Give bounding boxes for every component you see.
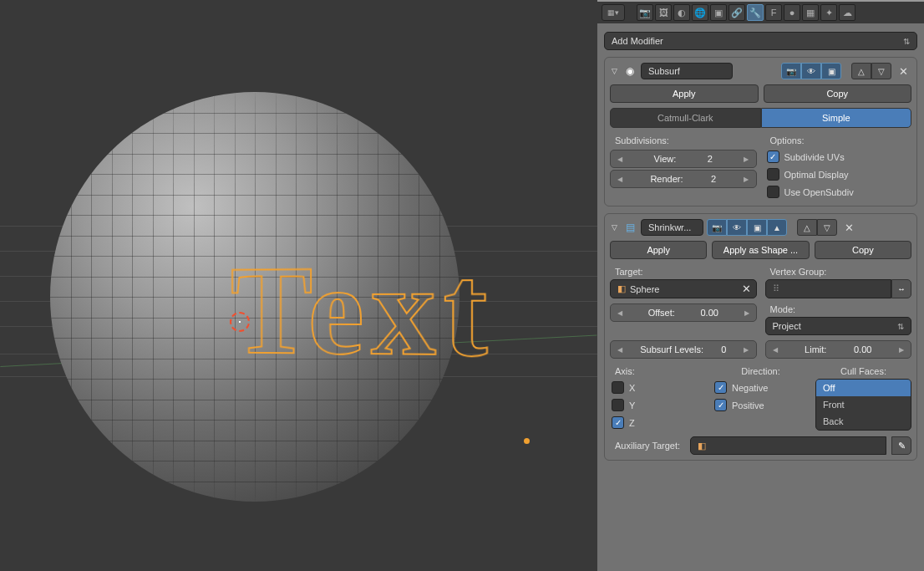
increment-icon: ▶ bbox=[744, 176, 749, 183]
increment-icon: ▶ bbox=[744, 309, 749, 317]
modifier-name-field[interactable]: Shrinkwr... bbox=[641, 219, 703, 236]
delete-modifier-button[interactable]: ✕ bbox=[895, 63, 911, 79]
object-origin-icon bbox=[524, 438, 530, 444]
render-label: Render: bbox=[650, 174, 683, 184]
delete-modifier-button[interactable]: ✕ bbox=[840, 219, 857, 236]
data-tab-icon[interactable]: F bbox=[765, 4, 782, 21]
apply-as-shape-button[interactable]: Apply as Shape ... bbox=[712, 241, 809, 259]
aux-eyedropper-button[interactable]: ✎ bbox=[891, 436, 911, 455]
object-tab-icon[interactable]: ▣ bbox=[710, 4, 727, 21]
offset-label: Offset: bbox=[648, 308, 675, 318]
axis-label: Axis: bbox=[610, 364, 706, 379]
cull-front-option[interactable]: Front bbox=[816, 396, 911, 413]
negative-checkbox[interactable]: ✓ bbox=[714, 381, 727, 394]
render-visibility-toggle[interactable]: 📷 bbox=[781, 63, 801, 79]
decrement-icon: ◀ bbox=[617, 155, 622, 163]
clear-target-button[interactable]: ✕ bbox=[742, 283, 751, 295]
move-down-button[interactable]: ▽ bbox=[817, 219, 837, 236]
cull-off-option[interactable]: Off bbox=[816, 380, 911, 396]
cage-visibility-toggle[interactable]: ▲ bbox=[767, 219, 787, 236]
dropdown-arrows-icon: ⇅ bbox=[903, 37, 910, 46]
limit-field[interactable]: ◀ Limit: 0.00 ▶ bbox=[765, 340, 912, 359]
apply-button[interactable]: Apply bbox=[610, 84, 759, 103]
subdivide-uvs-checkbox[interactable]: ✓ bbox=[767, 150, 779, 163]
decrement-icon: ◀ bbox=[773, 346, 778, 354]
axis-z-label: Z bbox=[629, 418, 635, 428]
axis-y-label: Y bbox=[629, 400, 635, 410]
subsurf-modifier: ▽ ◉ Subsurf 📷 👁 ▣ △ ▽ ✕ Apply Copy bbox=[604, 57, 917, 206]
move-up-button[interactable]: △ bbox=[851, 63, 871, 79]
subsurf-levels-field[interactable]: ◀ Subsurf Levels: 0 ▶ bbox=[610, 340, 757, 359]
axis-y-checkbox[interactable] bbox=[612, 399, 624, 411]
cursor-3d-icon bbox=[230, 312, 250, 332]
render-subdivisions-field[interactable]: ◀ Render: 2 ▶ bbox=[610, 170, 757, 188]
target-value: Sphere bbox=[630, 284, 659, 294]
viewport-3d[interactable]: Text bbox=[0, 0, 597, 571]
physics-tab-icon[interactable]: ☁ bbox=[839, 4, 855, 21]
copy-button[interactable]: Copy bbox=[764, 84, 912, 103]
viewport-visibility-toggle[interactable]: 👁 bbox=[801, 63, 821, 79]
offset-field[interactable]: ◀ Offset: 0.00 ▶ bbox=[610, 303, 757, 322]
modifiers-tab-icon[interactable]: 🔧 bbox=[747, 4, 764, 21]
axis-x-checkbox[interactable] bbox=[612, 381, 624, 394]
move-up-button[interactable]: △ bbox=[797, 219, 817, 236]
limit-label: Limit: bbox=[805, 344, 826, 354]
render-layers-tab-icon[interactable]: 🖼 bbox=[655, 4, 672, 21]
collapse-toggle[interactable]: ▽ bbox=[610, 222, 619, 233]
vertex-group-icon: ⠿ bbox=[773, 283, 779, 294]
copy-button[interactable]: Copy bbox=[815, 241, 911, 259]
vertex-group-field[interactable]: ⠿ bbox=[765, 279, 892, 298]
target-label: Target: bbox=[610, 264, 757, 279]
simple-toggle[interactable]: Simple bbox=[761, 108, 912, 128]
increment-icon: ▶ bbox=[899, 346, 904, 354]
view-label: View: bbox=[654, 154, 677, 164]
view-value: 2 bbox=[708, 154, 713, 164]
viewport-visibility-toggle[interactable]: 👁 bbox=[727, 219, 747, 236]
object-cube-icon: ◧ bbox=[617, 283, 626, 294]
apply-button[interactable]: Apply bbox=[610, 241, 707, 259]
subsurf-type-icon: ◉ bbox=[622, 64, 637, 79]
constraints-tab-icon[interactable]: 🔗 bbox=[729, 4, 745, 21]
opensubdiv-checkbox[interactable] bbox=[767, 186, 779, 198]
world-tab-icon[interactable]: 🌐 bbox=[692, 4, 708, 21]
decrement-icon: ◀ bbox=[617, 176, 622, 183]
editmode-visibility-toggle[interactable]: ▣ bbox=[747, 219, 767, 236]
editmode-visibility-toggle[interactable]: ▣ bbox=[821, 63, 841, 79]
render-visibility-toggle[interactable]: 📷 bbox=[707, 219, 727, 236]
particles-tab-icon[interactable]: ✦ bbox=[820, 4, 837, 21]
aux-target-field[interactable]: ◧ bbox=[690, 436, 886, 455]
object-cube-icon: ◧ bbox=[698, 441, 706, 451]
limit-value: 0.00 bbox=[854, 344, 871, 354]
cull-faces-select[interactable]: Off Front Back bbox=[815, 379, 911, 431]
editor-type-dropdown[interactable]: ▦▾ bbox=[602, 4, 625, 21]
view-subdivisions-field[interactable]: ◀ View: 2 ▶ bbox=[610, 150, 757, 168]
negative-label: Negative bbox=[732, 383, 768, 393]
add-modifier-dropdown[interactable]: Add Modifier ⇅ bbox=[604, 32, 917, 50]
vertex-group-label: Vertex Group: bbox=[765, 264, 912, 279]
move-down-button[interactable]: ▽ bbox=[871, 63, 891, 79]
cull-faces-label: Cull Faces: bbox=[815, 364, 911, 379]
subdivide-uvs-label: Subdivide UVs bbox=[784, 152, 845, 162]
text-object: Text bbox=[231, 233, 495, 387]
axis-x-label: X bbox=[629, 383, 635, 393]
vertex-group-invert-button[interactable]: ↔ bbox=[891, 279, 911, 298]
render-tab-icon[interactable]: 📷 bbox=[637, 4, 653, 21]
target-object-field[interactable]: ◧ Sphere ✕ bbox=[610, 279, 757, 298]
modifiers-panel: Add Modifier ⇅ ▽ ◉ Subsurf 📷 👁 ▣ △ ▽ bbox=[597, 23, 924, 571]
positive-checkbox[interactable]: ✓ bbox=[714, 399, 727, 411]
direction-label: Direction: bbox=[713, 364, 809, 379]
cull-back-option[interactable]: Back bbox=[816, 413, 911, 430]
positive-label: Positive bbox=[732, 400, 764, 410]
collapse-toggle[interactable]: ▽ bbox=[610, 65, 619, 77]
axis-z-checkbox[interactable]: ✓ bbox=[612, 416, 624, 429]
scene-tab-icon[interactable]: ◐ bbox=[673, 4, 690, 21]
optimal-display-checkbox[interactable] bbox=[767, 168, 779, 181]
texture-tab-icon[interactable]: ▦ bbox=[802, 4, 819, 21]
aux-target-label: Auxiliary Target: bbox=[610, 438, 685, 453]
modifier-name-field[interactable]: Subsurf bbox=[641, 63, 733, 79]
subsurf-levels-value: 0 bbox=[721, 344, 726, 354]
catmull-clark-toggle[interactable]: Catmull-Clark bbox=[610, 108, 761, 128]
material-tab-icon[interactable]: ● bbox=[784, 4, 800, 21]
increment-icon: ▶ bbox=[744, 155, 749, 163]
mode-dropdown[interactable]: Project ⇅ bbox=[765, 317, 912, 335]
